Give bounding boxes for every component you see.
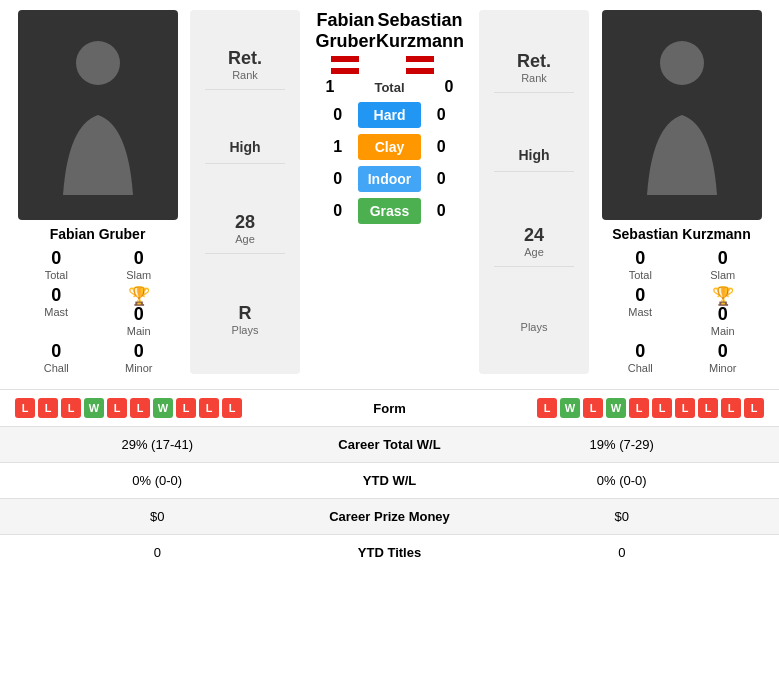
left-score-clay: 1 [323,138,353,156]
right-chall-value: 0 [635,341,645,362]
left-main-value: 0 [134,304,144,325]
form-badge: L [652,398,672,418]
svg-point-0 [76,41,120,85]
right-slam-value: 0 [718,248,728,269]
right-minor-label: Minor [709,362,737,374]
left-high-row: High [205,131,285,164]
right-mast-value: 0 [635,285,645,306]
left-player-photo [18,10,178,220]
right-header-name: Sebastian Kurzmann [376,10,464,52]
right-rank-row: Ret. Rank [494,43,574,93]
svg-point-1 [660,41,704,85]
right-age-label: Age [524,246,544,258]
ytd-titles-row: 0 YTD Titles 0 [0,534,779,570]
right-high-value: High [518,147,549,163]
right-header-area: Sebastian Kurzmann [376,10,464,74]
form-badge: L [130,398,150,418]
left-player-name: Fabian Gruber [50,226,146,242]
career-wl-label: Career Total W/L [300,437,480,452]
form-badge: L [222,398,242,418]
center-panel: Fabian Gruber Sebastian Kurzmann [305,10,474,374]
prize-label: Career Prize Money [300,509,480,524]
ytd-titles-label: YTD Titles [300,545,480,560]
top-section: Fabian Gruber 0 Total 0 Slam 0 Mast 🏆 [0,0,779,384]
surface-btn-indoor: Indoor [358,166,422,192]
form-badge: L [15,398,35,418]
form-badge: W [606,398,626,418]
form-badge: L [38,398,58,418]
left-plays-row: R Plays [205,295,285,344]
left-age-value: 28 [235,212,255,233]
left-main-label: Main [127,325,151,337]
left-chall-stat: 0 Chall [20,341,93,374]
right-score-grass: 0 [426,202,456,220]
career-wl-row: 29% (17-41) Career Total W/L 19% (7-29) [0,426,779,462]
left-header-name: Fabian Gruber [315,10,376,52]
form-badge: L [199,398,219,418]
surface-row-grass: 0 Grass 0 [323,198,457,224]
form-badge: L [675,398,695,418]
form-badge: L [61,398,81,418]
right-plays-row: Plays [494,313,574,341]
right-player-name: Sebastian Kurzmann [612,226,750,242]
right-chall-stat: 0 Chall [604,341,677,374]
right-player-stats: 0 Total 0 Slam 0 Mast 🏆 0 Main [594,248,769,374]
form-row: LLLWLLWLLL Form LWLWLLLLLL [0,389,779,426]
left-slam-label: Slam [126,269,151,281]
ytd-wl-label: YTD W/L [300,473,480,488]
left-rank-label: Rank [232,69,258,81]
form-badge: L [721,398,741,418]
left-player-stats: 0 Total 0 Slam 0 Mast 🏆 0 Main [10,248,185,374]
form-badge: L [537,398,557,418]
left-flag [331,56,359,74]
surface-row-clay: 1 Clay 0 [323,134,457,160]
left-chall-label: Chall [44,362,69,374]
right-prize: $0 [480,509,765,524]
left-career-wl: 29% (17-41) [15,437,300,452]
right-ytd-wl: 0% (0-0) [480,473,765,488]
right-rank-label: Rank [521,72,547,84]
ytd-wl-row: 0% (0-0) YTD W/L 0% (0-0) [0,462,779,498]
left-main-stat: 0 Main [103,304,176,337]
form-badge: L [583,398,603,418]
right-score-clay: 0 [426,138,456,156]
left-plays-value: R [239,303,252,324]
left-chall-value: 0 [51,341,61,362]
total-row: 1 Total 0 [315,78,464,96]
left-ytd-wl: 0% (0-0) [15,473,300,488]
form-badge: L [744,398,764,418]
right-main-label: Main [711,325,735,337]
left-header-area: Fabian Gruber [315,10,376,74]
right-minor-value: 0 [718,341,728,362]
right-total-value: 0 [635,248,645,269]
form-badge: W [560,398,580,418]
right-chall-label: Chall [628,362,653,374]
right-main-value: 0 [718,304,728,325]
left-ytd-titles: 0 [15,545,300,560]
left-age-label: Age [235,233,255,245]
right-plays-label: Plays [521,321,548,333]
left-prize: $0 [15,509,300,524]
right-main-stat: 0 Main [687,304,760,337]
surface-row-indoor: 0 Indoor 0 [323,166,457,192]
form-badge: W [153,398,173,418]
left-total-stat: 0 Total [20,248,93,281]
right-slam-stat: 0 Slam [687,248,760,281]
prize-row: $0 Career Prize Money $0 [0,498,779,534]
left-score-grass: 0 [323,202,353,220]
left-mast-stat: 0 Mast [20,285,93,318]
surface-row-hard: 0 Hard 0 [323,102,457,128]
surface-rows: 0 Hard 0 1 Clay 0 0 Indoor 0 0 Grass 0 [323,102,457,230]
right-total-score: 0 [434,78,464,96]
form-badge: L [107,398,127,418]
left-minor-stat: 0 Minor [103,341,176,374]
right-career-wl: 19% (7-29) [480,437,765,452]
form-badge: L [176,398,196,418]
right-slam-label: Slam [710,269,735,281]
right-flag [406,56,434,74]
form-badge: L [698,398,718,418]
right-age-row: 24 Age [494,217,574,267]
surface-btn-clay: Clay [358,134,422,160]
left-rank-value: Ret. [228,48,262,69]
right-form-badges: LWLWLLLLLL [450,398,765,418]
